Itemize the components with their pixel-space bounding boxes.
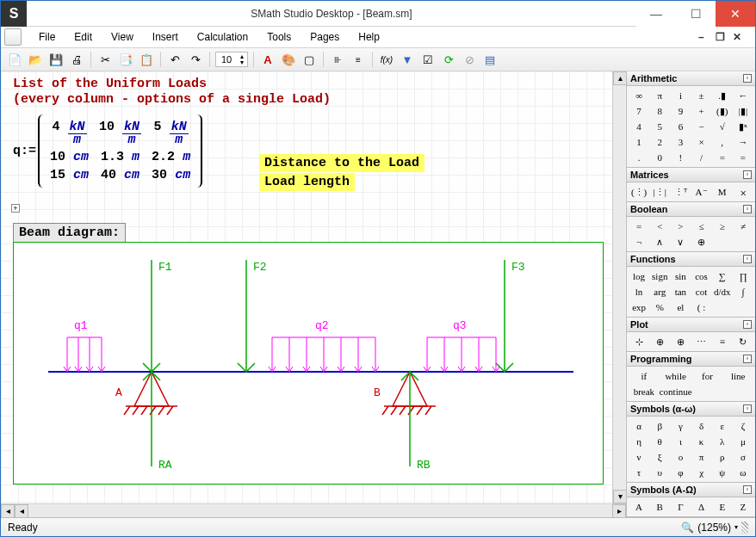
- scroll-left-button[interactable]: ◂: [15, 504, 28, 518]
- palette-button[interactable]: =: [629, 219, 649, 234]
- palette-button[interactable]: .▮: [712, 88, 733, 103]
- palette-button[interactable]: for: [692, 368, 723, 384]
- palette-button[interactable]: ln: [629, 284, 649, 299]
- palette-button[interactable]: σ: [733, 449, 753, 465]
- palette-button[interactable]: ×: [691, 134, 711, 150]
- palette-button[interactable]: cos: [691, 268, 711, 284]
- panel-collapse-button[interactable]: ▫: [743, 255, 752, 263]
- mdi-close-button[interactable]: ✕: [733, 31, 747, 43]
- palette-button[interactable]: exp: [629, 299, 649, 315]
- palette-button[interactable]: %: [649, 299, 670, 315]
- menu-calculation[interactable]: Calculation: [189, 28, 257, 46]
- palette-button[interactable]: ≤: [691, 219, 711, 234]
- palette-button[interactable]: 1: [629, 134, 649, 150]
- palette-button[interactable]: →: [733, 134, 753, 150]
- print-button[interactable]: 🖨: [68, 51, 85, 68]
- scroll-down-button[interactable]: ▾: [613, 490, 627, 503]
- new-button[interactable]: 📄: [6, 51, 23, 68]
- palette-button[interactable]: Ε: [712, 499, 733, 515]
- palette-button[interactable]: >: [670, 219, 691, 234]
- palette-button[interactable]: ψ: [712, 465, 733, 480]
- redo-button[interactable]: ↷: [187, 51, 204, 68]
- palette-button[interactable]: break: [629, 384, 660, 399]
- palette-button[interactable]: ↻: [733, 334, 753, 349]
- palette-button[interactable]: −: [691, 119, 711, 134]
- minimize-button[interactable]: —: [636, 1, 676, 27]
- palette-button[interactable]: ( :: [691, 299, 711, 315]
- palette-button[interactable]: ∫: [733, 284, 753, 299]
- palette-button[interactable]: Β: [649, 499, 670, 515]
- palette-button[interactable]: line: [722, 368, 753, 384]
- palette-button[interactable]: ν: [629, 449, 649, 465]
- palette-button[interactable]: (▮): [712, 103, 733, 119]
- maximize-button[interactable]: ☐: [676, 1, 716, 27]
- palette-button[interactable]: υ: [649, 465, 670, 480]
- palette-button[interactable]: A⁻: [691, 184, 711, 200]
- menu-tools[interactable]: Tools: [258, 28, 300, 46]
- palette-button[interactable]: d/dx: [712, 284, 733, 299]
- palette-button[interactable]: /: [691, 150, 711, 165]
- menu-file[interactable]: File: [30, 28, 64, 46]
- menu-insert[interactable]: Insert: [144, 28, 187, 46]
- save-button[interactable]: 💾: [47, 51, 65, 68]
- palette-button[interactable]: !: [670, 150, 691, 165]
- palette-button[interactable]: ▮ⁿ: [733, 119, 753, 134]
- paste-button[interactable]: 📋: [138, 51, 155, 68]
- options-button[interactable]: ☑: [419, 51, 437, 68]
- palette-button[interactable]: ∧: [649, 234, 670, 250]
- palette-button[interactable]: =: [733, 150, 753, 165]
- beam-diagram[interactable]: F1 F2 F3 q1: [13, 242, 604, 485]
- undo-button[interactable]: ↶: [166, 51, 183, 68]
- palette-button[interactable]: ρ: [712, 449, 733, 465]
- palette-button[interactable]: δ: [691, 418, 711, 434]
- vertical-scrollbar[interactable]: ▴ ▾: [612, 71, 626, 503]
- palette-button[interactable]: 2: [649, 134, 670, 150]
- palette-button[interactable]: sin: [670, 268, 691, 284]
- menu-edit[interactable]: Edit: [65, 28, 101, 46]
- palette-button[interactable]: ∨: [670, 234, 691, 250]
- align-button-1[interactable]: ⊪: [329, 51, 346, 68]
- palette-button[interactable]: ≥: [712, 219, 733, 234]
- palette-button[interactable]: ±: [691, 88, 711, 103]
- palette-button[interactable]: ∏: [733, 268, 753, 284]
- open-button[interactable]: 📂: [27, 51, 44, 68]
- palette-button[interactable]: ω: [733, 465, 753, 480]
- palette-button[interactable]: Α: [629, 499, 649, 515]
- palette-button[interactable]: κ: [691, 434, 711, 449]
- panel-collapse-button[interactable]: ▫: [743, 205, 752, 213]
- palette-button[interactable]: |▮|: [733, 103, 753, 119]
- panel-collapse-button[interactable]: ▫: [743, 404, 752, 413]
- palette-button[interactable]: 6: [670, 119, 691, 134]
- palette-button[interactable]: log: [629, 268, 649, 284]
- menu-help[interactable]: Help: [350, 28, 388, 46]
- q-definition[interactable]: q:= 4 kNm 10 kNm 5 kNm 10 cm 1.: [13, 114, 202, 188]
- font-color-button[interactable]: A: [259, 51, 276, 68]
- resize-grip-icon[interactable]: [741, 522, 748, 534]
- palette-button[interactable]: 3: [670, 134, 691, 150]
- palette-button[interactable]: ⨉: [733, 184, 753, 200]
- bg-color-button[interactable]: 🎨: [280, 51, 297, 68]
- panel-collapse-button[interactable]: ▫: [743, 74, 752, 83]
- palette-button[interactable]: √: [712, 119, 733, 134]
- palette-button[interactable]: <: [649, 219, 670, 234]
- palette-button[interactable]: ⊕: [649, 334, 670, 349]
- palette-button[interactable]: τ: [629, 465, 649, 480]
- panel-toggle-button[interactable]: ▤: [481, 51, 499, 68]
- palette-button[interactable]: sign: [649, 268, 670, 284]
- panel-collapse-button[interactable]: ▫: [743, 170, 752, 179]
- palette-button[interactable]: arg: [649, 284, 670, 299]
- palette-button[interactable]: ,: [712, 134, 733, 150]
- palette-button[interactable]: ι: [670, 434, 691, 449]
- palette-button[interactable]: (⋮): [629, 184, 649, 200]
- palette-button[interactable]: ⊹: [629, 334, 649, 349]
- palette-button[interactable]: ξ: [649, 449, 670, 465]
- palette-button[interactable]: α: [629, 418, 649, 434]
- fx-button[interactable]: f(x): [378, 51, 395, 68]
- mdi-restore-button[interactable]: ❐: [716, 31, 729, 43]
- zoom-dropdown-icon[interactable]: ▾: [734, 523, 738, 531]
- app-menu-icon[interactable]: [4, 28, 22, 46]
- palette-button[interactable]: ∞: [629, 88, 649, 103]
- frame-button[interactable]: ▢: [301, 51, 318, 68]
- palette-button[interactable]: ⋯: [691, 334, 711, 349]
- tab-prev-button[interactable]: ◂: [1, 504, 15, 518]
